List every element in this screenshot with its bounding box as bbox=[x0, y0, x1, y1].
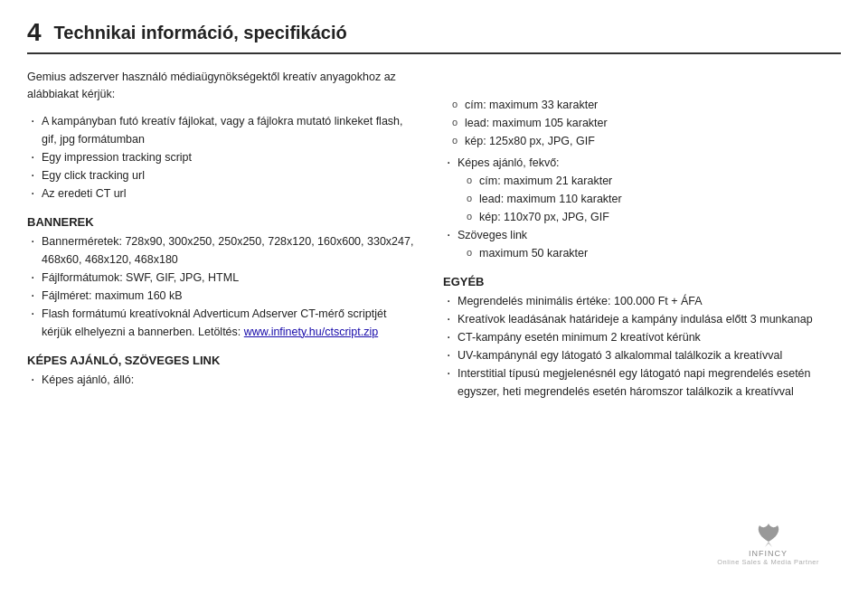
main-content: Gemius adszerver használó médiaügynökség… bbox=[27, 69, 841, 410]
kepes-fekvo-list: Képes ajánló, fekvő: cím: maximum 21 kar… bbox=[443, 154, 841, 262]
kepes-allo-sublist: cím: maximum 33 karakter lead: maximum 1… bbox=[443, 96, 841, 150]
list-subitem: lead: maximum 110 karakter bbox=[458, 190, 841, 208]
egyeb-section-title: EGYÉB bbox=[443, 275, 841, 288]
list-item: Képes ajánló, álló: bbox=[27, 371, 416, 389]
kepes-section-title: KÉPES AJÁNLÓ, SZÖVEGES LINK bbox=[27, 354, 416, 367]
kepes-fekvo-sublist: cím: maximum 21 karakter lead: maximum 1… bbox=[458, 172, 841, 226]
list-item: UV-kampánynál egy látogató 3 alkalommal … bbox=[443, 346, 841, 364]
list-item: A kampányban futó kreatív fájlokat, vagy… bbox=[27, 112, 416, 148]
intro-text: Gemius adszerver használó médiaügynökség… bbox=[27, 69, 416, 103]
list-item: Fájlformátumok: SWF, GIF, JPG, HTML bbox=[27, 269, 416, 287]
footer-logo: INFINCY Online Sales & Media Partner bbox=[717, 522, 819, 566]
list-item: Kreatívok leadásának határideje a kampán… bbox=[443, 310, 841, 328]
list-item: Képes ajánló, fekvő: cím: maximum 21 kar… bbox=[443, 154, 841, 226]
right-column: cím: maximum 33 karakter lead: maximum 1… bbox=[434, 69, 841, 410]
egyeb-list: Megrendelés minimális értéke: 100.000 Ft… bbox=[443, 292, 841, 401]
kepes-list: Képes ajánló, álló: bbox=[27, 371, 416, 389]
banners-list: Bannerméretek: 728x90, 300x250, 250x250,… bbox=[27, 232, 416, 341]
list-item: Flash formátumú kreatívoknál Adverticum … bbox=[27, 305, 416, 341]
logo-bird-icon bbox=[752, 522, 785, 547]
list-item: Bannerméretek: 728x90, 300x250, 250x250,… bbox=[27, 232, 416, 269]
page-title: Technikai információ, specifikáció bbox=[54, 23, 347, 43]
banners-section-title: BANNEREK bbox=[27, 215, 416, 229]
list-subitem: cím: maximum 33 karakter bbox=[443, 96, 841, 114]
list-item: Az eredeti CT url bbox=[27, 184, 416, 203]
list-subitem: kép: 110x70 px, JPG, GIF bbox=[458, 208, 841, 226]
list-subitem: lead: maximum 105 karakter bbox=[443, 114, 841, 132]
page-header: 4 Technikai információ, specifikáció bbox=[27, 18, 841, 54]
list-item: CT-kampány esetén minimum 2 kreatívot ké… bbox=[443, 328, 841, 346]
list-item: Interstitial típusú megjelenésnél egy lá… bbox=[443, 364, 841, 401]
list-item: Fájlméret: maximum 160 kB bbox=[27, 287, 416, 305]
list-subitem: maximum 50 karakter bbox=[458, 244, 841, 262]
list-item: Egy click tracking url bbox=[27, 166, 416, 184]
list-subitem: kép: 125x80 px, JPG, GIF bbox=[443, 132, 841, 150]
list-item: Szöveges link maximum 50 karakter bbox=[443, 226, 841, 262]
main-requirements-list: A kampányban futó kreatív fájlokat, vagy… bbox=[27, 112, 416, 203]
page-number: 4 bbox=[27, 18, 42, 47]
szoveges-link-sublist: maximum 50 karakter bbox=[458, 244, 841, 262]
list-subitem: cím: maximum 21 karakter bbox=[458, 172, 841, 190]
list-item: Egy impression tracking script bbox=[27, 148, 416, 166]
list-item: Megrendelés minimális értéke: 100.000 Ft… bbox=[443, 292, 841, 310]
logo-tagline: Online Sales & Media Partner bbox=[717, 558, 819, 566]
download-link[interactable]: www.infinety.hu/ctscript.zip bbox=[244, 326, 378, 338]
logo-text: INFINCY bbox=[749, 549, 788, 558]
left-column: Gemius adszerver használó médiaügynökség… bbox=[27, 69, 434, 410]
